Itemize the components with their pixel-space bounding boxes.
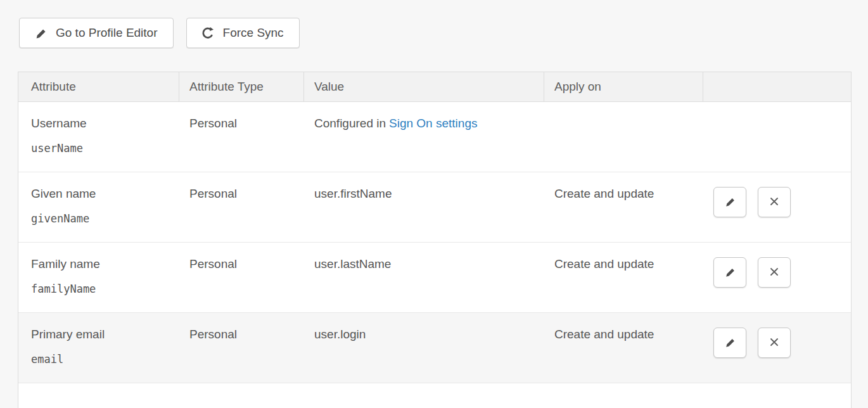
go-to-profile-editor-button[interactable]: Go to Profile Editor [19, 18, 174, 48]
remove-attribute-button[interactable] [758, 187, 791, 217]
remove-attribute-button[interactable] [758, 257, 791, 288]
attribute-cell: Family name familyName [18, 243, 179, 312]
attribute-type-cell: Personal [179, 313, 304, 383]
column-header-actions [703, 72, 851, 101]
row-actions [703, 102, 851, 172]
pencil-icon [724, 195, 736, 210]
attribute-mapping-table: Attribute Attribute Type Value Apply on … [18, 72, 852, 408]
value-cell: user.login [304, 313, 544, 383]
apply-on-cell: Create and update [544, 172, 703, 242]
attribute-type-cell: Personal [179, 172, 304, 242]
attribute-variable: givenName [31, 212, 173, 226]
value-cell: user.lastName [304, 243, 544, 312]
row-actions [703, 172, 851, 242]
column-header-attribute-type: Attribute Type [179, 72, 304, 101]
edit-attribute-button[interactable] [713, 328, 746, 358]
table-row-given-name: Given name givenName Personal user.first… [18, 172, 851, 243]
apply-on-cell: Create and update [544, 313, 703, 383]
row-actions [703, 243, 851, 312]
column-header-value: Value [304, 72, 544, 101]
edit-attribute-button[interactable] [713, 187, 746, 217]
attribute-variable: userName [31, 141, 173, 155]
attribute-label: Given name [31, 186, 173, 201]
table-empty-area [18, 383, 851, 408]
edit-attribute-button[interactable] [713, 257, 746, 288]
force-sync-button[interactable]: Force Sync [186, 18, 300, 48]
table-row-family-name: Family name familyName Personal user.las… [18, 243, 851, 313]
go-to-profile-editor-label: Go to Profile Editor [56, 26, 158, 40]
attribute-cell: Given name givenName [18, 172, 179, 242]
column-header-apply-on: Apply on [544, 72, 703, 101]
value-cell: user.firstName [304, 172, 544, 242]
x-icon [768, 336, 781, 350]
attribute-label: Family name [31, 257, 173, 272]
column-header-attribute: Attribute [18, 72, 179, 101]
refresh-icon [201, 26, 215, 40]
value-cell: Configured inSign On settings [304, 102, 544, 172]
x-icon [768, 265, 781, 280]
attribute-type-cell: Personal [179, 102, 304, 172]
attribute-cell: Primary email email [18, 313, 179, 383]
attribute-variable: familyName [31, 282, 173, 296]
force-sync-label: Force Sync [223, 26, 284, 40]
attribute-type-cell: Personal [179, 243, 304, 312]
pencil-icon [724, 336, 736, 350]
toolbar: Go to Profile Editor Force Sync [19, 18, 300, 48]
apply-on-cell [544, 102, 703, 172]
pencil-icon [724, 265, 736, 280]
row-actions [703, 313, 851, 383]
pencil-icon [34, 26, 48, 40]
attribute-label: Primary email [31, 327, 173, 342]
apply-on-cell: Create and update [544, 243, 703, 312]
attribute-label: Username [31, 116, 173, 131]
sign-on-settings-link[interactable]: Sign On settings [389, 117, 477, 130]
remove-attribute-button[interactable] [758, 328, 791, 358]
x-icon [768, 195, 781, 210]
attribute-variable: email [31, 352, 173, 366]
table-row-primary-email: Primary email email Personal user.login … [18, 313, 851, 383]
attribute-cell: Username userName [18, 102, 179, 172]
table-header: Attribute Attribute Type Value Apply on [18, 72, 851, 102]
value-prefix: Configured in [314, 117, 386, 130]
table-row-username: Username userName Personal Configured in… [18, 102, 851, 172]
